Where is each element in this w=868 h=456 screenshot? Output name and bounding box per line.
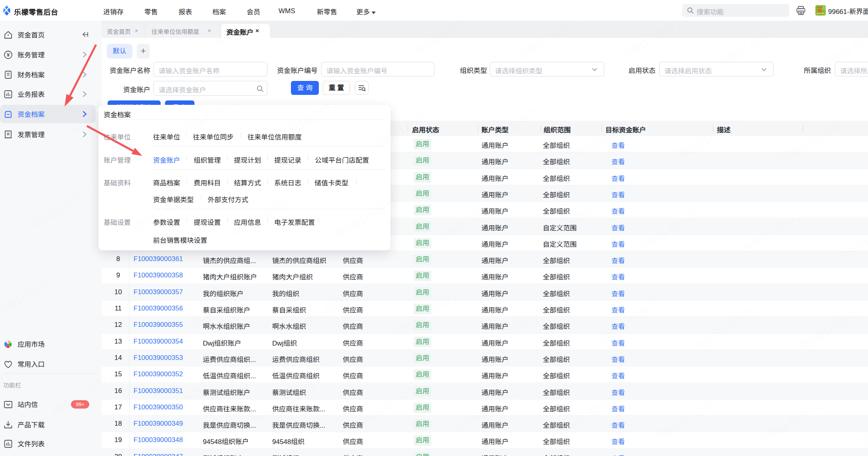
svg-text:¥: ¥ [7,52,10,58]
